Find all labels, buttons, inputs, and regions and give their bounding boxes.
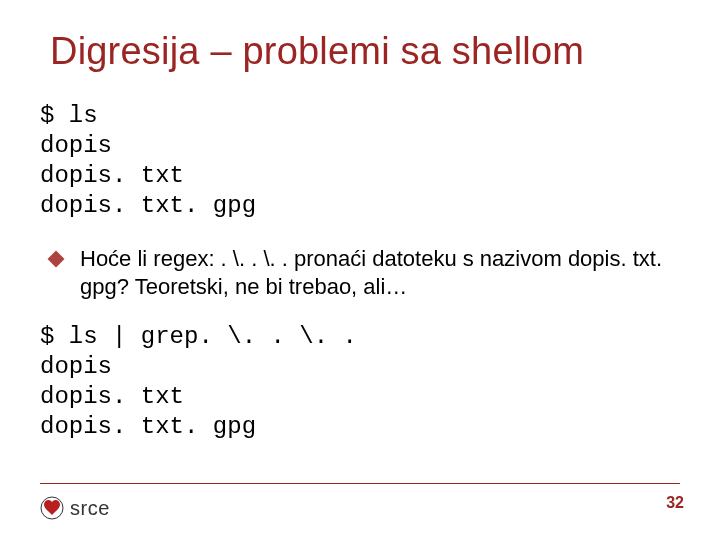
slide: Digresija – problemi sa shellom $ ls dop… <box>0 0 720 540</box>
code-block-1: $ ls dopis dopis. txt dopis. txt. gpg <box>40 101 680 221</box>
diamond-bullet-icon <box>48 251 64 267</box>
page-number: 32 <box>666 494 684 512</box>
logo-text: srce <box>70 497 110 520</box>
bullet-text: Hoće li regex: . \. . \. . pronaći datot… <box>80 245 680 300</box>
bullet-item: Hoće li regex: . \. . \. . pronaći datot… <box>48 245 680 300</box>
slide-title: Digresija – problemi sa shellom <box>50 30 680 73</box>
heart-icon <box>40 496 64 520</box>
footer-logo: srce <box>40 496 110 520</box>
code-block-2: $ ls | grep. \. . \. . dopis dopis. txt … <box>40 322 680 442</box>
footer-divider <box>40 483 680 484</box>
